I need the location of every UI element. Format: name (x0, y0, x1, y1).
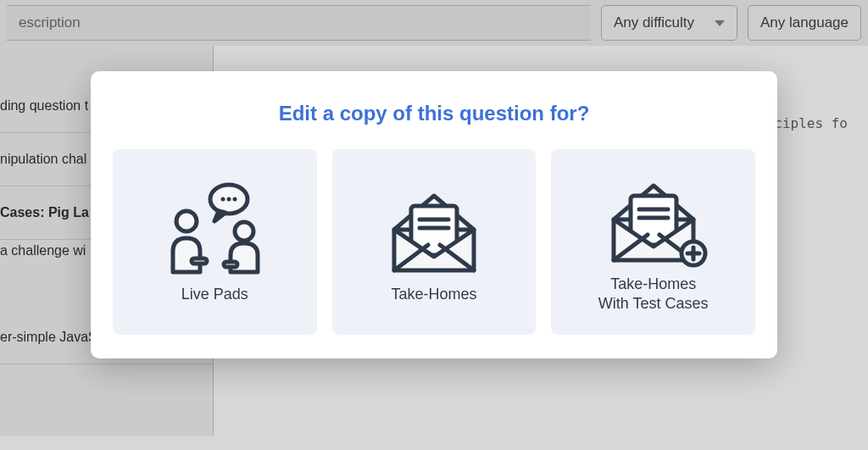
svg-rect-2 (192, 258, 207, 264)
svg-point-1 (176, 211, 197, 231)
svg-rect-4 (224, 262, 237, 267)
option-label: Take-Homes (391, 285, 476, 304)
svg-point-7 (233, 197, 237, 201)
envelope-doc-icon (370, 175, 498, 285)
modal-title: Edit a copy of this question for? (106, 102, 762, 125)
svg-point-3 (235, 222, 253, 241)
modal-overlay[interactable]: Edit a copy of this question for? (0, 0, 868, 450)
modal: Edit a copy of this question for? (91, 71, 777, 358)
option-take-homes[interactable]: Take-Homes (332, 149, 537, 335)
option-take-homes-tests[interactable]: Take-Homes With Test Cases (551, 149, 755, 335)
option-label: Take-Homes With Test Cases (598, 275, 709, 314)
people-chat-icon (151, 175, 278, 285)
modal-options: Live Pads (106, 149, 762, 335)
svg-point-6 (227, 197, 231, 201)
svg-point-5 (221, 197, 225, 201)
option-label: Live Pads (181, 285, 248, 304)
envelope-doc-plus-icon (590, 164, 717, 275)
option-live-pads[interactable]: Live Pads (113, 149, 317, 335)
